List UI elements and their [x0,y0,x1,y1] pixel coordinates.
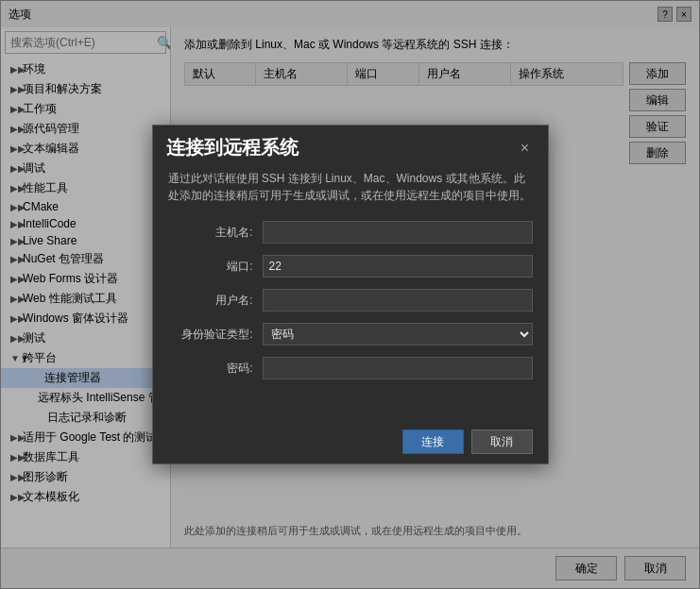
port-row: 端口: [168,255,533,278]
dialog-cancel-button[interactable]: 取消 [471,429,533,454]
dialog-close-button[interactable]: × [516,139,535,158]
password-input[interactable] [263,357,533,379]
dialog-title: 连接到远程系统 [166,135,299,160]
username-input[interactable] [263,289,533,311]
dialog-overlay: 连接到远程系统 × 通过此对话框使用 SSH 连接到 Linux、Mac、Win… [0,0,700,589]
port-input[interactable] [263,255,533,278]
port-label: 端口: [168,259,253,275]
connect-dialog: 连接到远程系统 × 通过此对话框使用 SSH 连接到 Linux、Mac、Win… [152,125,549,464]
password-label: 密码: [168,361,253,377]
dialog-description: 通过此对话框使用 SSH 连接到 Linux、Mac、Windows 或其他系统… [168,170,533,204]
hostname-input[interactable] [263,221,533,244]
auth-label: 身份验证类型: [168,327,253,343]
dialog-footer: 连接 取消 [153,420,548,463]
connect-button[interactable]: 连接 [402,429,464,454]
username-label: 用户名: [168,293,253,309]
username-row: 用户名: [168,289,533,311]
hostname-label: 主机名: [168,225,253,241]
dialog-title-bar: 连接到远程系统 × [153,126,548,160]
dialog-body: 通过此对话框使用 SSH 连接到 Linux、Mac、Windows 或其他系统… [153,160,548,420]
password-row: 密码: [168,357,533,379]
auth-row: 身份验证类型: 密码 密钥 [168,323,533,345]
auth-select[interactable]: 密码 密钥 [263,323,533,345]
hostname-row: 主机名: [168,221,533,244]
